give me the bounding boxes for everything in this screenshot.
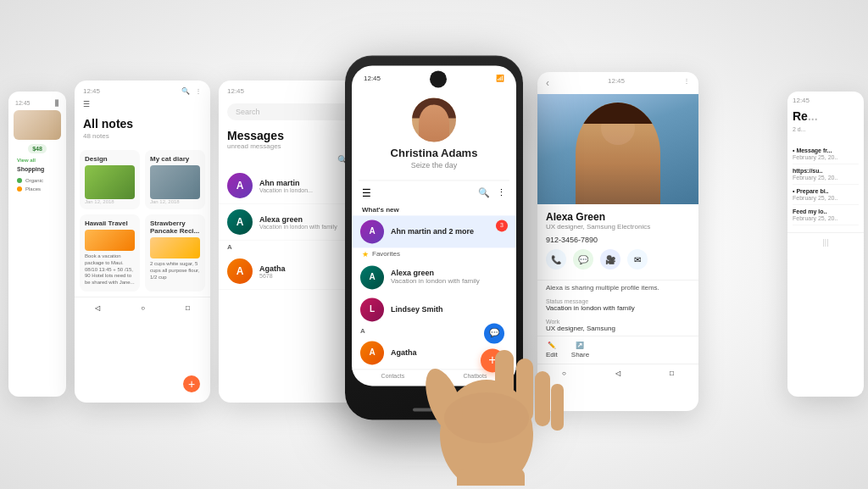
contacts-tab[interactable]: Contacts [381, 373, 405, 379]
mini-msg-1[interactable]: • Message fr... February 25, 20.. [793, 144, 859, 164]
phone-home-bar [413, 408, 455, 411]
status-work: Work UX designer, Samsung [537, 315, 698, 336]
notes-icons: 🔍 ⋮ [181, 87, 202, 95]
nav-back[interactable]: ◁ [95, 304, 100, 312]
phone-avatar[interactable] [412, 97, 456, 142]
contact-role: UX designer, Samsung Electronics [546, 223, 690, 231]
phone-status-bar: 12:45 📶 [352, 65, 516, 89]
nav-home[interactable]: ○ [141, 304, 145, 312]
chatbots-tab[interactable]: Chatbots [463, 373, 487, 379]
phone-time: 12:45 [364, 75, 381, 82]
avatar-face [419, 104, 449, 142]
video-btn[interactable]: 🎥 [600, 249, 620, 270]
mini-msg-4[interactable]: Feed my lo.. February 25, 20.. [793, 205, 859, 225]
call-btn[interactable]: 📞 [546, 249, 566, 270]
frc-nav-home[interactable]: ||| [822, 238, 828, 247]
phone-messages-toolbar: ☰ 🔍 ⋮ [352, 184, 516, 203]
notes-bottom-nav: ◁ ○ □ [75, 297, 210, 315]
compose-fab[interactable]: + [481, 348, 504, 372]
note-hawaii[interactable]: Hawaii Travel Book a vacation package to… [80, 214, 140, 292]
phone-msg-ahn[interactable]: A Ahn martin and 2 more 3 [352, 215, 516, 247]
search-bar[interactable]: Search [227, 103, 363, 120]
hawaii-image [85, 230, 135, 251]
contact-more-btn[interactable]: ⋮ [683, 77, 690, 89]
email-btn[interactable]: ✉ [627, 249, 648, 270]
note-cat-diary[interactable]: My cat diary Jan 12, 2018 [145, 150, 205, 209]
unread-badge: 3 [496, 219, 508, 231]
notes-time: 12:45 [83, 87, 100, 95]
notes-subtitle: 48 notes [75, 132, 210, 145]
category-item-2: Places [14, 185, 61, 193]
contact-info: Alexa Green UX designer, Samsung Electro… [537, 204, 698, 280]
alexa-content: Alexa green Vacation in london with fami… [259, 215, 337, 230]
edit-btn[interactable]: ✏️ Edit [546, 342, 558, 358]
phone-shell: 12:45 📶 Christina Adams Seize the day ☰ … [345, 55, 523, 420]
rc-nav-recent[interactable]: □ [670, 370, 674, 377]
phone-msg-alexa[interactable]: A Alexa green Vacation in london with fa… [352, 261, 516, 293]
frc-subtitle: 2 d... [787, 126, 864, 137]
favorites-section: ★ Favorites [352, 247, 516, 261]
edit-share-row: ✏️ Edit ↗️ Share [537, 336, 698, 364]
agatha-avatar: A [227, 258, 253, 284]
more-icon[interactable]: ⋮ [195, 87, 202, 95]
mini-msg-3[interactable]: • Prepare bi.. February 25, 20.. [793, 185, 859, 205]
note-pancake[interactable]: Strawberry Pancake Reci... 2 cups white … [145, 214, 205, 292]
status-vacation: Status message Vacation in london with f… [537, 295, 698, 315]
phone-screen: 12:45 📶 Christina Adams Seize the day ☰ … [352, 65, 516, 386]
hamburger-icon[interactable]: ☰ [362, 187, 371, 199]
phone-search-icon[interactable]: 🔍 [478, 187, 490, 198]
sharing-note: Alexa is sharing multiple profile items. [537, 280, 698, 295]
category-item: Organic [14, 176, 61, 185]
note-design[interactable]: Design Jan 12, 2018 [80, 150, 140, 209]
agatha-phone-avatar: A [360, 341, 384, 364]
contact-name: Alexa Green [546, 211, 690, 223]
favorites-label: Favorites [372, 250, 400, 258]
mini-messages-list: • Message fr... February 25, 20.. https:… [787, 137, 864, 232]
message-btn[interactable]: 💬 [573, 249, 593, 270]
phone-divider [359, 180, 509, 181]
ahn-phone-content: Ahn martin and 2 more [391, 227, 508, 236]
phone: 12:45 📶 Christina Adams Seize the day ☰ … [345, 55, 523, 420]
phone-more-icon[interactable]: ⋮ [497, 187, 506, 198]
add-note-button[interactable]: + [183, 375, 200, 392]
far-left-time: 12:45 [15, 100, 31, 107]
contact-photo [537, 94, 698, 204]
phone-profile-name: Christina Adams [391, 147, 478, 159]
share-btn[interactable]: ↗️ Share [571, 342, 589, 358]
frc-nav: ||| [787, 232, 864, 252]
contact-actions: 📞 💬 🎥 ✉ [546, 249, 690, 270]
edit-icon: ✏️ [548, 342, 556, 349]
frc-time: 12:45 [793, 97, 810, 104]
pancake-image [150, 237, 200, 258]
all-notes-card: 12:45 🔍 ⋮ ☰ All notes 48 notes Design Ja… [75, 81, 210, 403]
right-card-nav: ○ ◁ □ [537, 364, 698, 381]
view-all-link[interactable]: View all [14, 156, 61, 164]
clc-time: 12:45 [227, 87, 244, 95]
contact-back-btn[interactable]: ‹ [546, 77, 549, 89]
rc-nav-back[interactable]: ◁ [615, 370, 620, 377]
far-left-signal: ▊ [55, 100, 59, 107]
search-icon[interactable]: 🔍 [181, 87, 190, 95]
star-icon: ★ [362, 250, 369, 258]
alexa-phone-avatar: A [360, 265, 384, 289]
chat-fab[interactable]: 💬 [484, 323, 504, 343]
agatha-content: Agatha 5678 [259, 264, 286, 279]
category-label: Shopping [14, 164, 61, 174]
menu-icon[interactable]: ☰ [83, 100, 90, 108]
phone-nav-indicator: ◁ ◁ [352, 382, 516, 386]
mini-msg-2[interactable]: https://su.. February 25, 20.. [793, 164, 859, 185]
contact-person [576, 103, 660, 204]
alexa-phone-content: Alexa green Vacation in london with fami… [391, 269, 508, 285]
phone-signal: 📶 [496, 75, 504, 82]
phone-profile-section: Christina Adams Seize the day [352, 89, 516, 176]
alexa-avatar: A [227, 209, 253, 235]
phone-msg-lindsey[interactable]: L Lindsey Smith [352, 293, 516, 325]
phone-whats-new: What's new [352, 203, 516, 215]
nav-recent[interactable]: □ [186, 304, 190, 312]
rc-nav-home[interactable]: ○ [562, 370, 566, 377]
share-icon: ↗️ [576, 342, 584, 349]
notes-title: All notes [75, 112, 210, 132]
ahn-avatar: A [227, 173, 253, 198]
contact-hair [576, 103, 660, 124]
price-badge: $48 [28, 144, 47, 153]
